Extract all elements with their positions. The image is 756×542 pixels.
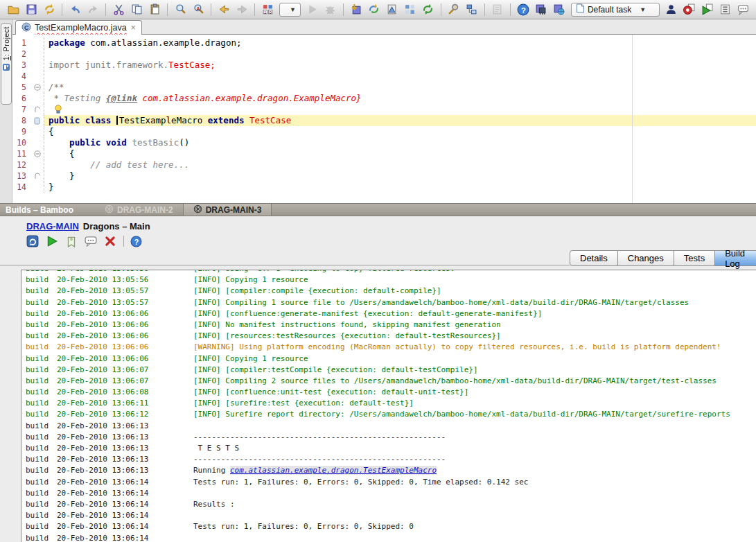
code-line[interactable]: 1package com.atlassian.example.dragon; — [12, 37, 756, 49]
log-row: build20-Feb-2010 13:06:13 — [21, 421, 756, 432]
code-text[interactable]: package com.atlassian.example.dragon; — [44, 37, 756, 49]
build-tab-drag-main-3[interactable]: DRAG-MAIN-3 — [183, 204, 272, 216]
chip-save-icon[interactable] — [534, 2, 549, 17]
run-build-icon[interactable] — [44, 234, 60, 248]
help-icon[interactable]: ? — [516, 2, 531, 17]
view-tab-build-log[interactable]: Build Log — [715, 250, 756, 266]
task-selector[interactable]: Default task ▼ — [571, 3, 660, 17]
comments-icon[interactable] — [736, 2, 751, 17]
open-icon[interactable] — [6, 2, 21, 17]
code-line[interactable]: 4 — [12, 71, 756, 82]
log-timestamp: 20-Feb-2010 13:05:56 — [57, 274, 193, 286]
review-doc-green-icon[interactable] — [700, 2, 715, 17]
view-tab-changes[interactable]: Changes — [618, 250, 674, 266]
replace-icon[interactable]: A — [191, 2, 206, 17]
chip-web-icon[interactable] — [552, 2, 567, 17]
fold-marker[interactable] — [32, 148, 44, 159]
log-message — [193, 488, 756, 499]
update-build-icon[interactable] — [25, 234, 40, 248]
vcs-update-icon[interactable] — [367, 2, 382, 17]
code-line[interactable]: 14} — [12, 182, 756, 193]
code-line[interactable]: 12 // add test here... — [12, 159, 756, 171]
undo-icon[interactable] — [67, 2, 82, 17]
forward-icon[interactable] — [234, 2, 249, 17]
task-list-icon[interactable] — [718, 2, 733, 17]
readonly-document-icon[interactable] — [490, 2, 505, 17]
vcs-compare-icon[interactable] — [385, 2, 400, 17]
code-line[interactable]: 3import junit.framework.TestCase; — [12, 60, 756, 71]
plan-key-link[interactable]: DRAG-MAIN — [26, 221, 79, 231]
fold-marker[interactable] — [32, 104, 44, 115]
editor-tab-active[interactable]: C TestExampleMacro.java × — [15, 20, 142, 35]
fold-marker[interactable] — [32, 171, 44, 182]
build-tab-drag-main-2[interactable]: DRAG-MAIN-2 — [95, 204, 183, 216]
run-configurations-icon[interactable]: 10 — [260, 2, 275, 17]
project-icon — [2, 63, 10, 71]
code-line[interactable]: 13 } — [12, 171, 756, 182]
remove-build-icon[interactable] — [103, 234, 118, 248]
log-category: build — [21, 387, 57, 398]
line-number: 1 — [12, 37, 32, 49]
save-icon[interactable] — [24, 2, 39, 17]
log-row: build20-Feb-2010 13:06:06[INFO] No manif… — [21, 320, 756, 331]
copy-icon[interactable] — [129, 2, 144, 17]
back-icon[interactable] — [216, 2, 231, 17]
code-line[interactable]: 11 { — [12, 148, 756, 159]
log-timestamp: 20-Feb-2010 13:05:57 — [57, 286, 193, 297]
run-configuration-selector[interactable]: ▼ — [279, 3, 301, 17]
build-log[interactable]: build20-Feb-2010 13:05:56[INFO] Using 'U… — [21, 270, 756, 542]
code-text[interactable]: { — [44, 148, 756, 159]
view-tab-tests[interactable]: Tests — [674, 250, 715, 266]
code-line[interactable]: 8public class TestExampleMacro extends T… — [12, 115, 756, 126]
vcs-refresh-icon[interactable] — [421, 2, 436, 17]
code-text[interactable]: /** — [44, 82, 756, 93]
code-text[interactable]: public void testBasic() — [44, 137, 756, 148]
settings-icon[interactable] — [446, 2, 461, 17]
code-text[interactable]: public class TestExampleMacro extends Te… — [44, 115, 756, 126]
synchronize-icon[interactable] — [42, 2, 57, 17]
review-doc-red-icon[interactable] — [682, 2, 697, 17]
log-category: build — [21, 477, 57, 488]
code-text[interactable] — [44, 104, 756, 115]
code-editor[interactable]: 1package com.atlassian.example.dragon;23… — [12, 35, 756, 203]
code-text[interactable]: * Testing {@link com.atlassian.example.d… — [44, 93, 756, 104]
log-message — [193, 533, 756, 542]
help-icon[interactable]: ? — [128, 234, 143, 248]
test-class-link[interactable]: com.atlassian.example.dragon.TestExample… — [230, 466, 437, 475]
code-text[interactable] — [44, 71, 756, 82]
log-message: [WARNING] Using platform encoding (MacRo… — [193, 342, 756, 353]
tool-button-project[interactable]: 1: Project — [1, 23, 12, 105]
code-text[interactable]: } — [44, 171, 756, 182]
vcs-commit-icon[interactable] — [349, 2, 364, 17]
find-icon[interactable] — [173, 2, 188, 17]
code-line[interactable]: 2 — [12, 49, 756, 60]
debug-icon[interactable] — [323, 2, 338, 17]
code-line[interactable]: 10 public void testBasic() — [12, 137, 756, 148]
code-line[interactable]: 5/** — [12, 82, 756, 93]
label-build-icon[interactable] — [64, 234, 79, 248]
code-text[interactable]: // add test here... — [44, 159, 756, 171]
code-text[interactable]: import junit.framework.TestCase; — [44, 60, 756, 71]
project-structure-icon[interactable] — [464, 2, 480, 17]
log-row: build20-Feb-2010 13:05:57[INFO] Compilin… — [21, 297, 756, 308]
svg-text:C: C — [24, 24, 29, 30]
comment-build-icon[interactable] — [83, 234, 98, 248]
fold-marker[interactable] — [32, 82, 44, 93]
code-line[interactable]: 6 * Testing {@link com.atlassian.example… — [12, 93, 756, 104]
code-text[interactable]: } — [44, 182, 756, 193]
code-line[interactable]: 9{ — [12, 126, 756, 137]
paste-icon[interactable] — [147, 2, 162, 17]
cut-icon[interactable] — [111, 2, 126, 17]
code-text[interactable] — [44, 49, 756, 60]
vcs-changes-icon[interactable] — [403, 2, 418, 17]
log-category: build — [21, 270, 57, 274]
code-line[interactable]: 7 — [12, 104, 756, 115]
redo-icon[interactable] — [85, 2, 100, 17]
log-timestamp: 20-Feb-2010 13:06:11 — [57, 398, 193, 409]
run-icon[interactable] — [305, 2, 320, 17]
person-dark-icon[interactable] — [664, 2, 679, 17]
view-tab-details[interactable]: Details — [570, 250, 618, 266]
close-icon[interactable]: × — [131, 24, 136, 32]
log-category: build — [21, 274, 57, 286]
code-text[interactable]: { — [44, 126, 756, 137]
